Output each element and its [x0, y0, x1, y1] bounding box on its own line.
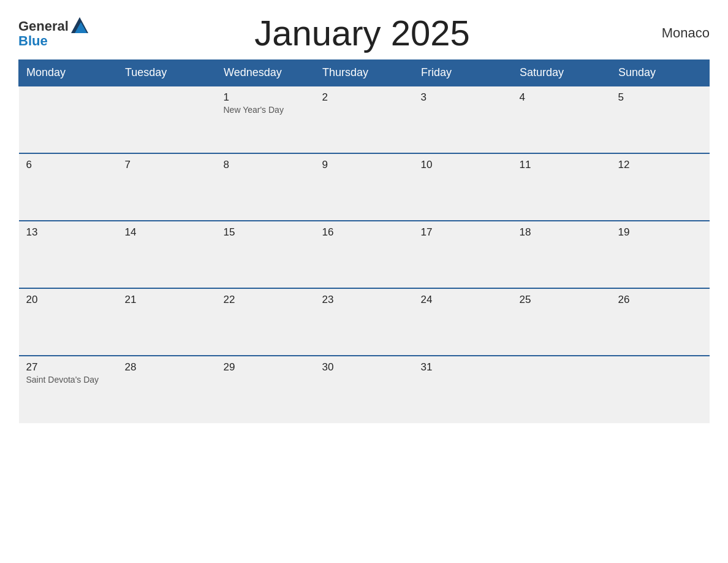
calendar-header-row: MondayTuesdayWednesdayThursdayFridaySatu… — [19, 60, 710, 86]
calendar-cell: 29 — [216, 356, 315, 423]
calendar-cell: 9 — [315, 153, 414, 221]
calendar-cell: 13 — [19, 221, 118, 288]
day-number: 5 — [618, 91, 702, 104]
calendar-cell: 26 — [611, 288, 710, 356]
day-number: 10 — [421, 159, 505, 171]
day-number: 2 — [322, 91, 406, 104]
day-number: 18 — [520, 226, 604, 239]
calendar-cell: 24 — [414, 288, 512, 356]
calendar-cell: 8 — [216, 153, 315, 221]
day-number: 1 — [224, 91, 308, 104]
day-number: 30 — [322, 361, 406, 373]
calendar-cell — [611, 356, 710, 423]
day-number: 22 — [224, 294, 308, 306]
calendar-cell: 22 — [216, 288, 315, 356]
calendar-cell: 17 — [414, 221, 512, 288]
logo-text-blue: Blue — [18, 33, 48, 49]
calendar-cell: 30 — [315, 356, 414, 423]
calendar-week-4: 20212223242526 — [19, 288, 710, 356]
calendar-cell: 2 — [315, 86, 414, 153]
calendar-cell: 4 — [512, 86, 611, 153]
calendar-cell — [19, 86, 118, 153]
day-number: 31 — [421, 361, 505, 373]
day-number: 26 — [618, 294, 702, 306]
calendar-cell: 21 — [118, 288, 216, 356]
calendar-cell: 15 — [216, 221, 315, 288]
column-header-friday: Friday — [414, 60, 512, 86]
day-number: 20 — [26, 294, 110, 306]
calendar-title: January 2025 — [88, 12, 636, 53]
day-number: 23 — [322, 294, 406, 306]
calendar-cell: 7 — [118, 153, 216, 221]
calendar-cell: 31 — [414, 356, 512, 423]
day-number: 6 — [26, 159, 110, 171]
day-number: 21 — [125, 294, 209, 306]
logo-triangle-icon — [71, 17, 88, 36]
calendar-cell: 6 — [19, 153, 118, 221]
column-header-sunday: Sunday — [611, 60, 710, 86]
day-number: 27 — [26, 361, 110, 373]
calendar-cell: 1New Year's Day — [216, 86, 315, 153]
calendar-cell: 11 — [512, 153, 611, 221]
day-number: 4 — [520, 91, 604, 104]
calendar-week-3: 13141516171819 — [19, 221, 710, 288]
day-number: 16 — [322, 226, 406, 239]
calendar-week-2: 6789101112 — [19, 153, 710, 221]
day-number: 17 — [421, 226, 505, 239]
column-header-saturday: Saturday — [512, 60, 611, 86]
page-header: General Blue January 2025 Monaco — [18, 12, 710, 53]
day-number: 13 — [26, 226, 110, 239]
day-number: 3 — [421, 91, 505, 104]
calendar-cell: 25 — [512, 288, 611, 356]
day-number: 9 — [322, 159, 406, 171]
day-number: 8 — [224, 159, 308, 171]
column-header-thursday: Thursday — [315, 60, 414, 86]
day-number: 12 — [618, 159, 702, 171]
calendar-week-5: 27Saint Devota's Day28293031 — [19, 356, 710, 423]
day-number: 29 — [224, 361, 308, 373]
calendar-cell: 23 — [315, 288, 414, 356]
logo: General Blue — [18, 17, 88, 49]
calendar-cell: 14 — [118, 221, 216, 288]
calendar-table: MondayTuesdayWednesdayThursdayFridaySatu… — [18, 59, 710, 423]
calendar-cell: 18 — [512, 221, 611, 288]
calendar-cell: 12 — [611, 153, 710, 221]
day-number: 11 — [520, 159, 604, 171]
logo-text-general: General — [18, 18, 69, 34]
calendar-cell: 16 — [315, 221, 414, 288]
calendar-cell: 3 — [414, 86, 512, 153]
holiday-name: New Year's Day — [224, 105, 308, 115]
calendar-cell — [512, 356, 611, 423]
day-number: 19 — [618, 226, 702, 239]
day-number: 7 — [125, 159, 209, 171]
calendar-week-1: 1New Year's Day2345 — [19, 86, 710, 153]
country-label: Monaco — [636, 25, 710, 41]
calendar-cell: 27Saint Devota's Day — [19, 356, 118, 423]
day-number: 14 — [125, 226, 209, 239]
calendar-cell: 10 — [414, 153, 512, 221]
calendar-cell — [118, 86, 216, 153]
day-number: 24 — [421, 294, 505, 306]
holiday-name: Saint Devota's Day — [26, 375, 110, 385]
calendar-cell: 5 — [611, 86, 710, 153]
column-header-monday: Monday — [19, 60, 118, 86]
day-number: 15 — [224, 226, 308, 239]
column-header-tuesday: Tuesday — [118, 60, 216, 86]
calendar-cell: 28 — [118, 356, 216, 423]
day-number: 25 — [520, 294, 604, 306]
day-number: 28 — [125, 361, 209, 373]
column-header-wednesday: Wednesday — [216, 60, 315, 86]
calendar-cell: 20 — [19, 288, 118, 356]
calendar-cell: 19 — [611, 221, 710, 288]
